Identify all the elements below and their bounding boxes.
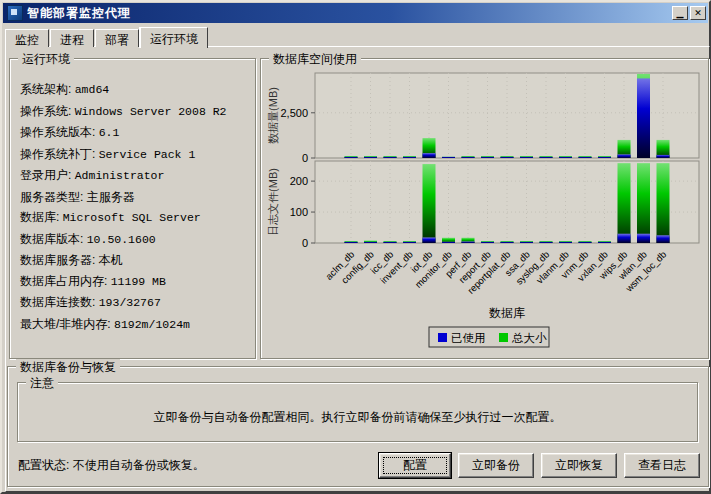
app-icon (7, 5, 23, 21)
configure-button[interactable]: 配置 (379, 453, 451, 478)
runtime-row-database: 数据库: Microsoft SQL Server (20, 207, 249, 229)
tab-process[interactable]: 进程 (50, 29, 94, 47)
config-status: 配置状态: 不使用自动备份或恢复。 (18, 457, 205, 474)
runtime-row-db-server: 数据库服务器: 本机 (20, 250, 249, 271)
svg-text:0: 0 (302, 152, 308, 164)
window-title: 智能部署监控代理 (27, 5, 670, 22)
tab-strip: 监控 进程 部署 运行环境 (5, 27, 209, 47)
db-backup-restore-group: 数据库备份与恢复 注意 立即备份与自动备份配置相同。执行立即备份前请确保至少执行… (7, 366, 709, 487)
minimize-button[interactable]: ▁ (672, 6, 688, 20)
backup-status-row: 配置状态: 不使用自动备份或恢复。 配置 立即备份 立即恢复 查看日志 (18, 451, 700, 479)
svg-text:100: 100 (290, 206, 308, 218)
backup-button-group: 配置 立即备份 立即恢复 查看日志 (379, 453, 700, 478)
runtime-row-os: 操作系统: Windows Server 2008 R2 (20, 101, 249, 123)
backup-now-button[interactable]: 立即备份 (458, 453, 534, 478)
app-window: 智能部署监控代理 ▁ ✕ 监控 进程 部署 运行环境 运行环境 系统架构: am… (0, 0, 711, 494)
runtime-row-db-memory: 数据库占用内存: 11199 MB (20, 271, 249, 293)
svg-text:2,500: 2,500 (280, 107, 308, 119)
svg-text:总大小: 总大小 (511, 332, 547, 344)
svg-text:数据库: 数据库 (489, 306, 525, 320)
notice-text: 立即备份与自动备份配置相同。执行立即备份前请确保至少执行过一次配置。 (18, 409, 697, 426)
db-space-usage-group: 数据库空间使用 02,500数据量(MB)0100200日志文件(MB)aclm… (260, 58, 709, 359)
restore-now-button[interactable]: 立即恢复 (541, 453, 617, 478)
runtime-env-tabpage: 运行环境 系统架构: amd64 操作系统: Windows Server 20… (5, 46, 710, 492)
runtime-row-db-version: 数据库版本: 10.50.1600 (20, 229, 249, 251)
svg-text:数据量(MB): 数据量(MB) (267, 87, 279, 144)
view-log-button[interactable]: 查看日志 (624, 453, 700, 478)
title-bar: 智能部署监控代理 ▁ ✕ (3, 3, 708, 23)
chart-svg: 02,500数据量(MB)0100200日志文件(MB)aclm_dbconfi… (263, 67, 705, 355)
tab-deploy[interactable]: 部署 (95, 29, 139, 47)
runtime-info-list: 系统架构: amd64 操作系统: Windows Server 2008 R2… (10, 59, 255, 335)
runtime-env-group: 运行环境 系统架构: amd64 操作系统: Windows Server 20… (9, 58, 256, 359)
runtime-row-db-connections: 数据库连接数: 193/32767 (20, 292, 249, 314)
svg-text:0: 0 (302, 237, 308, 249)
runtime-row-os-patch: 操作系统补丁: Service Pack 1 (20, 144, 249, 166)
runtime-row-login-user: 登录用户: Administrator (20, 165, 249, 187)
close-button[interactable]: ✕ (690, 6, 706, 20)
notice-group: 注意 立即备份与自动备份配置相同。执行立即备份前请确保至少执行过一次配置。 (17, 382, 698, 442)
tab-runtime-env[interactable]: 运行环境 (140, 27, 208, 48)
svg-text:200: 200 (290, 175, 308, 187)
db-backup-restore-group-title: 数据库备份与恢复 (16, 359, 120, 376)
runtime-row-arch: 系统架构: amd64 (20, 79, 249, 101)
svg-text:已使用: 已使用 (451, 332, 486, 344)
runtime-row-os-version: 操作系统版本: 6.1 (20, 122, 249, 144)
notice-group-title: 注意 (26, 375, 58, 392)
db-space-usage-group-title: 数据库空间使用 (269, 51, 361, 68)
tab-monitor[interactable]: 监控 (5, 29, 49, 47)
db-space-usage-chart: 02,500数据量(MB)0100200日志文件(MB)aclm_dbconfi… (263, 67, 705, 359)
svg-text:日志文件(MB): 日志文件(MB) (267, 168, 279, 236)
runtime-row-heap-memory: 最大堆/非堆内存: 8192m/1024m (20, 314, 249, 336)
runtime-row-server-type: 服务器类型: 主服务器 (20, 187, 249, 208)
runtime-env-group-title: 运行环境 (18, 51, 74, 68)
